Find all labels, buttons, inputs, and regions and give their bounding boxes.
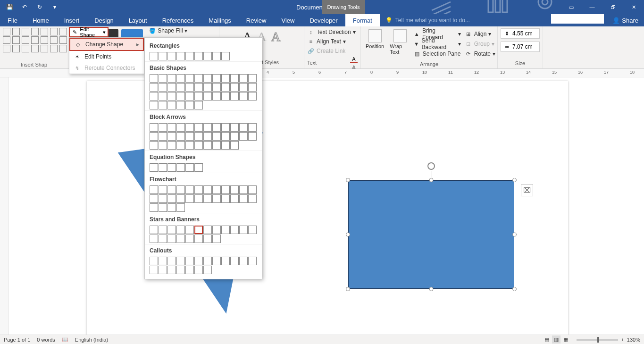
tab-references[interactable]: References [155, 14, 201, 26]
shape-thumbnail[interactable] [167, 185, 176, 194]
shape-thumbnail[interactable] [150, 194, 158, 203]
shape-thumbnail[interactable] [212, 185, 221, 194]
shape-thumbnail[interactable] [248, 194, 257, 203]
shape-fill-button[interactable]: 🪣 Shape Fill ▾ [149, 27, 187, 34]
shape-thumbnail[interactable] [150, 83, 158, 92]
shape-thumbnail[interactable] [212, 226, 221, 234]
tab-layout[interactable]: Layout [121, 14, 155, 26]
qat-customize-icon[interactable]: ▾ [48, 1, 61, 13]
shape-thumbnail[interactable] [176, 163, 185, 172]
shape-thumbnail[interactable] [167, 163, 176, 172]
shape-thumbnail[interactable] [203, 123, 212, 132]
shape-thumbnail[interactable] [150, 101, 158, 109]
menu-change-shape[interactable]: ◇ Change Shape ▸ [69, 38, 144, 51]
wrap-text-button[interactable]: Wrap Text [387, 27, 413, 59]
document-area[interactable]: ⚓ ⌧ [8, 77, 644, 335]
shape-thumbnail[interactable] [239, 123, 248, 132]
shape-thumbnail[interactable] [150, 132, 158, 141]
shape-thumbnail[interactable] [185, 123, 194, 132]
shape-thumbnail[interactable] [159, 52, 167, 60]
shape-thumbnail[interactable] [185, 52, 194, 60]
shape-thumbnail[interactable] [176, 83, 185, 92]
shape-thumbnail[interactable] [212, 257, 221, 265]
shape-thumbnail[interactable] [159, 257, 167, 265]
shape-thumbnail[interactable] [221, 141, 230, 150]
shape-thumbnail[interactable] [212, 235, 221, 243]
shape-thumbnail[interactable] [176, 185, 185, 194]
rotation-handle[interactable] [427, 162, 435, 170]
zoom-slider[interactable] [577, 339, 618, 341]
shape-thumbnail[interactable] [203, 132, 212, 141]
shape-thumbnail[interactable] [221, 132, 230, 141]
position-button[interactable]: Position [363, 27, 387, 59]
close-icon[interactable]: ✕ [623, 0, 644, 14]
shape-thumbnail[interactable] [176, 132, 185, 141]
shape-thumbnail[interactable] [167, 235, 176, 243]
shape-thumbnail[interactable] [176, 226, 185, 234]
shape-thumbnail[interactable] [159, 226, 167, 234]
shape-thumbnail[interactable] [203, 52, 212, 60]
shape-thumbnail[interactable] [150, 226, 158, 234]
shape-thumbnail[interactable] [167, 194, 176, 203]
shape-thumbnail[interactable] [194, 235, 203, 243]
shape-thumbnail[interactable] [230, 141, 239, 150]
maximize-icon[interactable]: 🗗 [602, 0, 623, 14]
shape-thumbnail[interactable] [212, 92, 221, 101]
shape-thumbnail[interactable] [167, 266, 176, 274]
text-fill-icon[interactable]: A [350, 56, 358, 63]
shape-thumbnail[interactable] [203, 83, 212, 92]
shape-thumbnail[interactable] [167, 52, 176, 60]
shape-thumbnail[interactable] [150, 203, 158, 212]
shape-thumbnail[interactable] [159, 132, 167, 141]
shape-thumbnail[interactable] [239, 92, 248, 101]
resize-handle-n[interactable] [429, 178, 434, 182]
shape-thumbnail[interactable] [167, 74, 176, 83]
shape-thumbnail[interactable] [176, 235, 185, 243]
proofing-icon[interactable]: 📖 [62, 336, 68, 343]
menu-reroute-connectors[interactable]: ↯ Reroute Connectors [69, 62, 144, 74]
shape-thumbnail[interactable] [194, 92, 203, 101]
shape-thumbnail[interactable] [221, 226, 230, 234]
selection-pane-button[interactable]: ▥Selection Pane [413, 49, 461, 59]
resize-handle-se[interactable] [512, 287, 517, 291]
shape-thumbnail[interactable] [221, 194, 230, 203]
create-link-button[interactable]: 🔗Create Link [307, 46, 358, 56]
group-button[interactable]: ⊡Group ▾ [465, 39, 495, 49]
shape-thumbnail[interactable] [221, 92, 230, 101]
resize-handle-ne[interactable] [512, 178, 517, 182]
shape-thumbnail[interactable] [176, 266, 185, 274]
shape-thumbnail[interactable] [212, 52, 221, 60]
status-words[interactable]: 0 words [37, 337, 55, 343]
shape-thumbnail[interactable] [167, 123, 176, 132]
shape-thumbnail[interactable] [248, 83, 257, 92]
menu-edit-points[interactable]: ✶ Edit Points [69, 51, 144, 62]
shape-thumbnail[interactable] [150, 74, 158, 83]
shape-thumbnail[interactable] [203, 235, 212, 243]
minimize-icon[interactable]: — [582, 0, 602, 14]
shape-thumbnail[interactable] [185, 235, 194, 243]
layout-options-button[interactable]: ⌧ [521, 184, 533, 196]
shape-thumbnail[interactable] [167, 92, 176, 101]
resize-handle-s[interactable] [429, 287, 434, 291]
shapes-gallery[interactable] [2, 27, 66, 53]
shape-thumbnail[interactable] [203, 257, 212, 265]
shape-thumbnail[interactable] [176, 141, 185, 150]
shape-thumbnail[interactable] [194, 52, 203, 60]
shape-thumbnail[interactable] [176, 74, 185, 83]
shape-thumbnail[interactable] [248, 185, 257, 194]
tab-design[interactable]: Design [87, 14, 121, 26]
shape-thumbnail[interactable] [185, 101, 194, 109]
shape-thumbnail[interactable] [150, 266, 158, 274]
shape-thumbnail[interactable] [248, 74, 257, 83]
shape-thumbnail[interactable] [230, 185, 239, 194]
shape-thumbnail[interactable] [167, 226, 176, 234]
shape-thumbnail[interactable] [194, 194, 203, 203]
send-backward-button[interactable]: ▼Send Backward ▾ [413, 39, 461, 49]
shape-thumbnail[interactable] [194, 132, 203, 141]
edit-shape-button[interactable]: ✎ Edit Shape ▾ [69, 27, 109, 37]
shape-thumbnail[interactable] [194, 141, 203, 150]
shape-thumbnail[interactable] [212, 132, 221, 141]
shape-thumbnail[interactable] [185, 141, 194, 150]
shape-thumbnail[interactable] [239, 74, 248, 83]
shape-thumbnail[interactable] [159, 235, 167, 243]
